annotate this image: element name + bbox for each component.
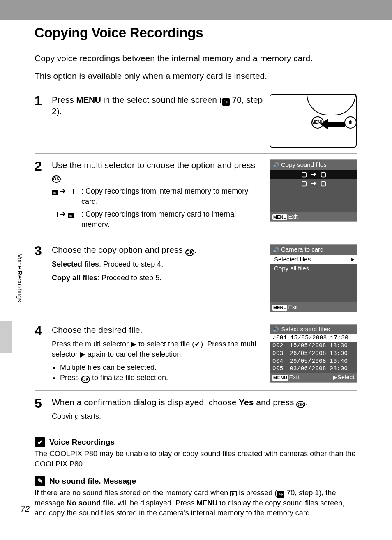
voice-icon: 🔊 xyxy=(272,326,279,333)
menu-pill-icon: MENU xyxy=(272,214,287,220)
step-number: 2 xyxy=(35,159,52,233)
right-triangle-icon: ▶ xyxy=(131,339,136,349)
menu-label-icon: MENU xyxy=(196,499,217,507)
voice-icon: 🔊 xyxy=(272,246,279,254)
step-2-text: Use the multi selector to choose the opt… xyxy=(52,159,263,183)
note-no-sound-file-body: If there are no sound files stored on th… xyxy=(35,488,357,518)
caution-check-icon: ✔ xyxy=(35,437,45,447)
lcd-option-selected: ▢ ➔ ▢ xyxy=(270,170,357,179)
step-2: 2 Use the multi selector to choose the o… xyxy=(35,154,357,239)
intro-line-1: Copy voice recordings between the intern… xyxy=(35,52,357,64)
playback-button-icon xyxy=(230,491,237,496)
menu-pill-icon: MENU xyxy=(272,375,288,381)
step-number: 1 xyxy=(35,94,52,148)
step-number: 5 xyxy=(35,397,52,422)
checkmark-icon: ✔ xyxy=(194,340,201,348)
lcd-camera-to-card: 🔊Camera to card Selected files▸ Copy all… xyxy=(270,244,357,312)
internal-memory-icon: IN xyxy=(68,213,74,218)
arrow-left-icon xyxy=(321,119,345,129)
title-rule xyxy=(35,19,357,19)
step-1: 1 Press MENU in the select sound file sc… xyxy=(35,88,357,154)
chevron-right-icon: ▸ xyxy=(351,255,355,263)
bullet-multiple: Multiple files can be selected. xyxy=(60,363,263,372)
bullet-finalize: Press OK to finalize file selection. xyxy=(60,374,263,383)
copy-direction-1: IN ➔ : Copy recordings from internal mem… xyxy=(52,186,263,207)
card-icon xyxy=(52,212,58,217)
step-number: 4 xyxy=(35,324,52,385)
file-row: 00215/05/200818:30 xyxy=(270,342,357,350)
pencil-note-icon: ✎ xyxy=(35,476,45,486)
right-triangle-icon: ▶ xyxy=(333,374,338,381)
camera-illustration: MENU 🗑 xyxy=(270,94,357,148)
page-title: Copying Voice Recordings xyxy=(35,25,357,41)
delete-button-icon: 🗑 xyxy=(344,116,357,129)
note-voice-recordings-head: ✔ Voice Recordings xyxy=(35,437,357,447)
file-row: ✓00115/05/200817:30 xyxy=(270,334,357,342)
menu-label-icon: MENU xyxy=(76,95,101,104)
lcd-title: Camera to card xyxy=(281,245,323,254)
lcd-select-sound-files: 🔊Select sound files ✓00115/05/200817:30 … xyxy=(270,324,357,383)
file-row: 00503/06/200808:00 xyxy=(270,365,357,373)
page-ref-icon: ↪ xyxy=(277,491,284,498)
page-ref-icon: ↪ xyxy=(222,98,230,106)
step-3: 3 Choose the copy option and press OK. S… xyxy=(35,238,357,318)
step-5-desc: Copying starts. xyxy=(52,411,354,422)
ok-button-icon: OK xyxy=(52,175,61,183)
step-4-head: Choose the desired file. xyxy=(52,324,263,336)
step-5: 5 When a confirmation dialog is displaye… xyxy=(35,391,357,428)
step-number: 3 xyxy=(35,244,52,312)
ok-button-icon: OK xyxy=(185,249,194,256)
copy-direction-2: ➔ IN : Copy recordings from memory card … xyxy=(52,209,263,230)
lcd-title: Copy sound files xyxy=(281,161,327,169)
card-icon xyxy=(68,189,74,194)
lcd-title: Select sound files xyxy=(281,325,330,333)
lcd-option: Copy all files xyxy=(270,264,357,273)
note-no-sound-file-head: ✎ No sound file. Message xyxy=(35,476,357,486)
svg-marker-0 xyxy=(321,119,345,129)
lcd-option: ▢ ➔ ▢ xyxy=(270,179,357,188)
file-row: 00326/05/200813:00 xyxy=(270,350,357,358)
lcd-copy-sound-files: 🔊Copy sound files ▢ ➔ ▢ ▢ ➔ ▢ MENUExit xyxy=(270,159,357,222)
step-3-text: Choose the copy option and press OK. xyxy=(52,244,263,256)
internal-memory-icon: IN xyxy=(52,190,58,195)
lcd-option-selected: Selected files▸ xyxy=(270,255,357,264)
right-triangle-icon: ▶ xyxy=(80,349,85,360)
file-row: 00429/05/200816:40 xyxy=(270,358,357,365)
step-5-text: When a confirmation dialog is displayed,… xyxy=(52,397,354,408)
ok-button-icon: OK xyxy=(81,376,90,383)
intro-line-2: This option is available only when a mem… xyxy=(35,70,357,82)
voice-icon: 🔊 xyxy=(272,161,279,168)
menu-pill-icon: MENU xyxy=(272,305,287,311)
step-4: 4 Choose the desired file. Press the mul… xyxy=(35,318,357,391)
ok-button-icon: OK xyxy=(296,401,305,408)
step-4-desc: Press the multi selector ▶ to select the… xyxy=(52,339,263,360)
selected-files-option: Selected files: Proceed to step 4. xyxy=(52,259,263,270)
note-voice-recordings-body: The COOLPIX P80 may be unable to play or… xyxy=(35,449,357,469)
copy-all-files-option: Copy all files: Proceed to step 5. xyxy=(52,273,263,283)
step-1-text: Press MENU in the select sound file scre… xyxy=(52,94,263,118)
